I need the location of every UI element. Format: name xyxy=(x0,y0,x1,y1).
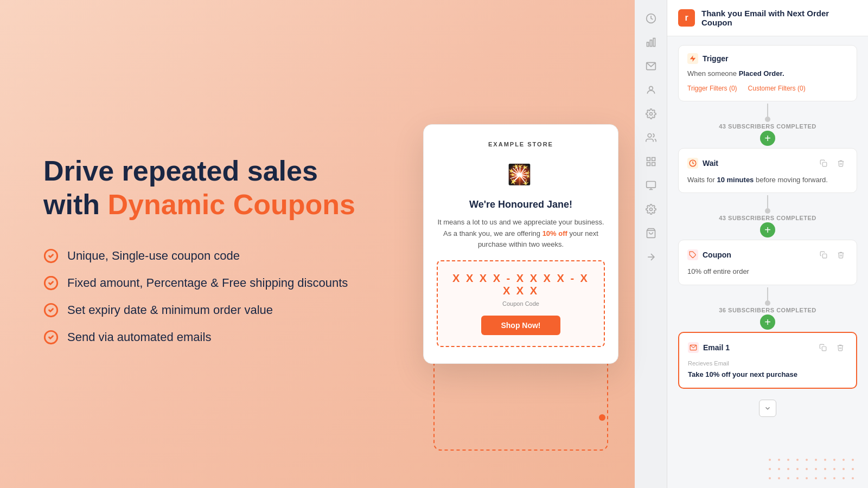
dot xyxy=(769,477,771,479)
feature-item-3: Set expiry date & minimum order value xyxy=(43,303,374,318)
connector-line-1 xyxy=(767,104,768,117)
dot xyxy=(806,468,808,470)
dot xyxy=(843,477,845,479)
wait-node: Wait Wait xyxy=(678,148,857,194)
email1-icon xyxy=(688,342,699,353)
email-celebration-icon: 🎇 xyxy=(437,158,605,191)
sidebar-icon-display[interactable] xyxy=(641,176,661,195)
expand-button[interactable] xyxy=(759,400,776,417)
email1-node-header: Email 1 xyxy=(688,341,847,355)
dot xyxy=(815,468,817,470)
trigger-desc-bold: Placed Order. xyxy=(739,69,784,78)
feature-item-2: Fixed amount, Percentage & Free shipping… xyxy=(43,275,374,291)
shop-now-button[interactable]: Shop Now! xyxy=(481,316,560,335)
wait-copy-btn[interactable] xyxy=(816,156,831,170)
trigger-filter-2[interactable]: Customer Filters (0) xyxy=(748,84,806,93)
add-button-3[interactable]: + xyxy=(760,314,775,330)
dot xyxy=(843,459,845,461)
coupon-label: Coupon xyxy=(703,251,731,259)
trigger-filter-1[interactable]: Trigger Filters (0) xyxy=(687,84,737,93)
add-button-2[interactable]: + xyxy=(760,222,775,237)
trigger-filter1-suffix: ) xyxy=(735,85,737,92)
trigger-node-header: Trigger xyxy=(687,53,848,64)
brand-icon: r xyxy=(678,9,695,27)
sidebar-icon-clock[interactable] xyxy=(641,9,661,28)
trigger-filters: Trigger Filters (0) Customer Filters (0) xyxy=(687,84,848,93)
svg-rect-18 xyxy=(647,163,650,166)
dot xyxy=(833,459,835,461)
sidebar-icon-settings-small[interactable] xyxy=(641,104,661,124)
email-store-name: EXAMPLE STORE xyxy=(437,141,605,147)
sidebar-icon-envelope[interactable] xyxy=(641,56,661,76)
dot xyxy=(824,468,826,470)
dot xyxy=(769,468,771,470)
email1-actions xyxy=(816,341,847,355)
sidebar-icon-gear[interactable] xyxy=(641,200,661,219)
automation-header: r Thank you Email with Next Order Coupon xyxy=(667,0,868,36)
trigger-label: Trigger xyxy=(703,54,728,63)
headline-line2: with xyxy=(43,189,107,220)
connector-line-2 xyxy=(767,195,768,208)
wait-body: Waits for 10 minutes before moving forwa… xyxy=(687,175,848,185)
headline-line1: Drive repeated sales xyxy=(43,155,318,187)
connector-line-3 xyxy=(767,287,768,300)
coupon-actions xyxy=(816,248,848,262)
email-body-line1: It means a lot to us and we appreciate y… xyxy=(437,218,604,226)
dot xyxy=(806,459,808,461)
features-list: Unique, Single-use coupon code Fixed amo… xyxy=(43,248,374,345)
sidebar-icon-person[interactable] xyxy=(641,80,661,100)
dot xyxy=(796,468,799,470)
email-body: It means a lot to us and we appreciate y… xyxy=(437,217,605,251)
email-percent-off: 10% off xyxy=(542,229,567,237)
trigger-title-row: Trigger xyxy=(687,53,728,64)
sidebar-icon-arrow[interactable] xyxy=(641,247,661,267)
sidebar-icon-users[interactable] xyxy=(641,128,661,147)
coupon-copy-btn[interactable] xyxy=(816,248,831,262)
left-section: Drive repeated sales with Dynamic Coupon… xyxy=(0,0,407,488)
svg-point-14 xyxy=(649,113,652,115)
svg-point-23 xyxy=(649,208,652,211)
center-section: EXAMPLE STORE 🎇 We're Honoured Jane! It … xyxy=(407,0,635,488)
svg-rect-19 xyxy=(652,163,655,166)
dot xyxy=(833,477,835,479)
email-card: EXAMPLE STORE 🎇 We're Honoured Jane! It … xyxy=(423,124,618,364)
svg-point-13 xyxy=(649,86,653,90)
email1-body: Recieves Email Take 10% off your next pu… xyxy=(688,359,847,380)
wait-delete-btn[interactable] xyxy=(834,156,848,170)
dot xyxy=(852,477,854,479)
connector-dot-1 xyxy=(765,117,770,122)
svg-rect-28 xyxy=(822,162,827,166)
dot xyxy=(815,477,817,479)
coupon-title-row: Coupon xyxy=(687,249,731,260)
wait-label: Wait xyxy=(703,159,718,168)
check-icon-1 xyxy=(43,248,59,264)
email1-label: Email 1 xyxy=(703,343,730,352)
page: Drive repeated sales with Dynamic Coupon… xyxy=(0,0,868,488)
email1-copy-btn[interactable] xyxy=(816,341,830,355)
check-icon-3 xyxy=(43,303,59,318)
automation-title: Thank you Email with Next Order Coupon xyxy=(701,9,857,27)
coupon-node-header: Coupon xyxy=(687,248,848,262)
svg-rect-32 xyxy=(822,346,826,351)
email-body-line2: As a thank you, we are offering xyxy=(443,229,542,237)
svg-point-6 xyxy=(599,414,605,421)
coupon-delete-btn[interactable] xyxy=(834,248,848,262)
feature-text-3: Set expiry date & minimum order value xyxy=(67,303,273,317)
automation-panel: r Thank you Email with Next Order Coupon… xyxy=(667,0,868,488)
sidebar-icon-bag[interactable] xyxy=(641,223,661,243)
trigger-node: Trigger When someone Placed Order. Trigg… xyxy=(678,45,857,101)
connector-dot-3 xyxy=(765,300,770,306)
wait-node-header: Wait xyxy=(687,156,848,170)
feature-item-4: Send via automated emails xyxy=(43,330,374,345)
svg-rect-30 xyxy=(822,254,827,258)
subscribers-label-3: 36 SUBSCRIBERS COMPLETED xyxy=(719,307,816,313)
sidebar-icon-grid[interactable] xyxy=(641,152,661,171)
trigger-body: When someone Placed Order. Trigger Filte… xyxy=(687,68,848,93)
add-button-1[interactable]: + xyxy=(760,131,775,146)
email1-node: Email 1 R xyxy=(678,332,857,389)
right-inner: r Thank you Email with Next Order Coupon… xyxy=(635,0,868,488)
sidebar-icon-chart[interactable] xyxy=(641,33,661,52)
email1-delete-btn[interactable] xyxy=(833,341,847,355)
coupon-node: Coupon 10 xyxy=(678,240,857,285)
dot xyxy=(833,468,835,470)
